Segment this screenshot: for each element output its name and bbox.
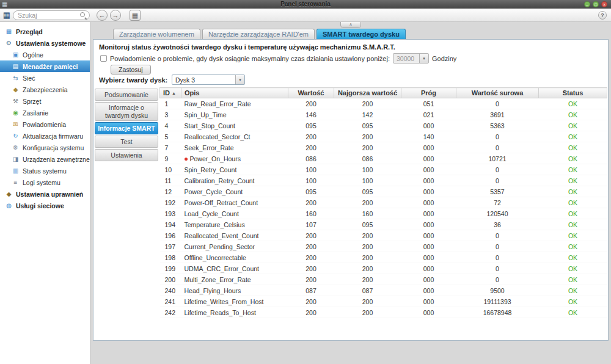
- search-input[interactable]: [13, 12, 79, 19]
- tab-raid-management-tool[interactable]: Narzędzie zarządzające RAID'em: [202, 29, 315, 39]
- cell-threshold: 000: [401, 120, 456, 131]
- forward-button[interactable]: →: [110, 10, 121, 21]
- cell-id: 3: [160, 109, 181, 120]
- warning-flag-icon: [185, 158, 188, 161]
- subnav-test[interactable]: Test: [95, 136, 158, 148]
- smart-attribute-row[interactable]: 5Reallocated_Sector_Ct2002001400OK: [160, 131, 607, 142]
- storage-manager-icon: ▤: [12, 63, 20, 70]
- tab-hdd-smart[interactable]: SMART twardego dysku: [316, 29, 406, 39]
- smart-attribute-row[interactable]: 7Seek_Error_Rate2002000000OK: [160, 142, 607, 153]
- sidebar-item-security[interactable]: ◆Zabezpieczenia: [0, 84, 90, 95]
- sidebar-item-storage-manager[interactable]: ▤Menadżer pamięci: [0, 60, 90, 72]
- cell-worst-value: 200: [334, 230, 401, 241]
- window-minimize-button[interactable]: –: [584, 1, 590, 7]
- smart-attribute-row[interactable]: 198Offline_Uncorrectable2002000000OK: [160, 252, 607, 263]
- smart-attribute-row[interactable]: 193Load_Cycle_Count160160000120540OK: [160, 208, 607, 219]
- back-button[interactable]: ←: [97, 10, 108, 21]
- cell-raw-value: 0: [456, 142, 539, 153]
- sidebar-item-external-devices[interactable]: ◨Urządzenia zewnętrzne: [0, 153, 90, 165]
- sidebar-item-overview[interactable]: ▦Przegląd: [0, 26, 90, 37]
- cell-value: 160: [288, 208, 334, 219]
- window-close-button[interactable]: ×: [601, 1, 607, 7]
- smart-attribute-row[interactable]: 9Power_On_Hours08608600010721OK: [160, 153, 607, 164]
- cell-id: 5: [160, 131, 181, 142]
- cell-id: 194: [160, 219, 181, 230]
- sidebar-item-label: Urządzenia zewnętrzne: [23, 156, 90, 163]
- disk-select[interactable]: Dysk 3 ▾: [172, 75, 245, 85]
- smart-attribute-row[interactable]: 200Multi_Zone_Error_Rate2002000000OK: [160, 274, 607, 285]
- sidebar-item-hardware[interactable]: ⚒Sprzęt: [0, 95, 90, 107]
- smart-attribute-row[interactable]: 4Start_Stop_Count0950950005363OK: [160, 120, 607, 131]
- cell-worst-value: 160: [334, 208, 401, 219]
- cell-description: Spin_Retry_Count: [181, 164, 288, 175]
- disk-select-row: Wybierz twardy dysk: Dysk 3 ▾: [99, 75, 245, 85]
- smart-table-body: 1Raw_Read_Error_Rate2002000510OK3Spin_Up…: [160, 98, 607, 318]
- cell-id: 199: [160, 263, 181, 274]
- window-maximize-button[interactable]: □: [593, 1, 599, 7]
- main-content: ∧ Zarządzanie wolumenemNarzędzie zarządz…: [90, 22, 611, 364]
- sidebar-item-privilege-settings[interactable]: ◆Ustawienia uprawnień: [0, 188, 90, 200]
- sidebar-item-system-status[interactable]: ▥Status systemu: [0, 165, 90, 177]
- help-button[interactable]: ?: [598, 11, 607, 20]
- smart-attribute-row[interactable]: 192Power-Off_Retract_Count20020000072OK: [160, 197, 607, 208]
- smart-attribute-row[interactable]: 242Lifetime_Reads_To_Host200200000166789…: [160, 307, 607, 318]
- cell-worst-value: 200: [334, 197, 401, 208]
- tab-volume-management[interactable]: Zarządzanie wolumenem: [113, 29, 200, 39]
- smart-attribute-row[interactable]: 3Spin_Up_Time1461420213691OK: [160, 109, 607, 120]
- cell-threshold: 000: [401, 241, 456, 252]
- cell-worst-value: 200: [334, 274, 401, 285]
- max-hours-value: 30000: [393, 55, 419, 62]
- cell-raw-value: 120540: [456, 208, 539, 219]
- sidebar-item-network-services[interactable]: ◍Usługi sieciowe: [0, 200, 90, 211]
- subnav-hdd-info[interactable]: Informacje o twardym dysku: [95, 102, 158, 121]
- column-header-4[interactable]: Próg: [401, 88, 456, 98]
- cell-value: 095: [288, 186, 334, 197]
- cell-worst-value: 100: [334, 164, 401, 175]
- cell-id: 240: [160, 285, 181, 296]
- security-icon: ◆: [12, 86, 20, 93]
- subnav: PodsumowanieInformacje o twardym dyskuIn…: [95, 89, 158, 161]
- general-icon: ▣: [12, 51, 20, 59]
- cell-threshold: 000: [401, 153, 456, 164]
- smart-attribute-row[interactable]: 241Lifetime_Writes_From_Host200200000191…: [160, 296, 607, 307]
- column-header-6[interactable]: Status: [539, 88, 607, 98]
- smart-attribute-row[interactable]: 10Spin_Retry_Count1001000000OK: [160, 164, 607, 175]
- column-header-3[interactable]: Najgorsza wartość: [334, 88, 401, 98]
- smart-attribute-row[interactable]: 240Head_Flying_Hours0870870009500OK: [160, 285, 607, 296]
- smart-attribute-row[interactable]: 199UDMA_CRC_Error_Count2002000000OK: [160, 263, 607, 274]
- notify-checkbox[interactable]: [100, 55, 107, 62]
- search-icon: [79, 12, 87, 19]
- column-header-2[interactable]: Wartość: [288, 88, 334, 98]
- sidebar-item-firmware-update[interactable]: ↻Aktualizacja firmwaru: [0, 130, 90, 142]
- sidebar-item-power[interactable]: ◉Zasilanie: [0, 107, 90, 118]
- sidebar-item-system-settings[interactable]: ⚙Ustawienia systemowe: [0, 37, 90, 49]
- subnav-smart-info[interactable]: Informacje SMART: [95, 122, 158, 134]
- cell-id: 241: [160, 296, 181, 307]
- smart-attribute-row[interactable]: 12Power_Cycle_Count0950950005357OK: [160, 186, 607, 197]
- column-header-5[interactable]: Wartość surowa: [456, 88, 539, 98]
- smart-attribute-row[interactable]: 196Reallocated_Event_Count2002000000OK: [160, 230, 607, 241]
- smart-attribute-row[interactable]: 197Current_Pending_Sector2002000000OK: [160, 241, 607, 252]
- view-switch-button[interactable]: ▦: [130, 10, 141, 21]
- sidebar-item-system-configuration[interactable]: ⚙Konfiguracja systemu: [0, 142, 90, 153]
- subnav-settings[interactable]: Ustawienia: [95, 149, 158, 161]
- subnav-summary[interactable]: Podsumowanie: [95, 89, 158, 101]
- sidebar-item-network[interactable]: ⇆Sieć: [0, 72, 90, 84]
- apply-button[interactable]: Zastosuj: [111, 65, 151, 75]
- main-menu-button[interactable]: ▦: [2, 10, 12, 20]
- sidebar-item-general[interactable]: ▣Ogólne: [0, 49, 90, 60]
- collapse-panel-handle[interactable]: ∧: [340, 22, 361, 28]
- smart-attribute-row[interactable]: 194Temperature_Celsius10709500036OK: [160, 219, 607, 230]
- cell-value: 146: [288, 109, 334, 120]
- sidebar-item-label: Aktualizacja firmwaru: [23, 133, 83, 140]
- sidebar-item-system-logs[interactable]: ≡Logi systemu: [0, 177, 90, 188]
- cell-status: OK: [539, 208, 607, 219]
- cell-description: Lifetime_Reads_To_Host: [181, 307, 288, 318]
- column-header-1[interactable]: Opis: [181, 88, 288, 98]
- sidebar-item-notifications[interactable]: ✉Powiadomienia: [0, 118, 90, 130]
- max-hours-select[interactable]: 30000 ▾: [393, 53, 429, 64]
- column-header-0[interactable]: ID▲: [160, 88, 181, 98]
- main-menu-grid-icon: ▦: [3, 10, 10, 20]
- smart-attribute-row[interactable]: 11Calibration_Retry_Count1001000000OK: [160, 175, 607, 186]
- smart-attribute-row[interactable]: 1Raw_Read_Error_Rate2002000510OK: [160, 98, 607, 109]
